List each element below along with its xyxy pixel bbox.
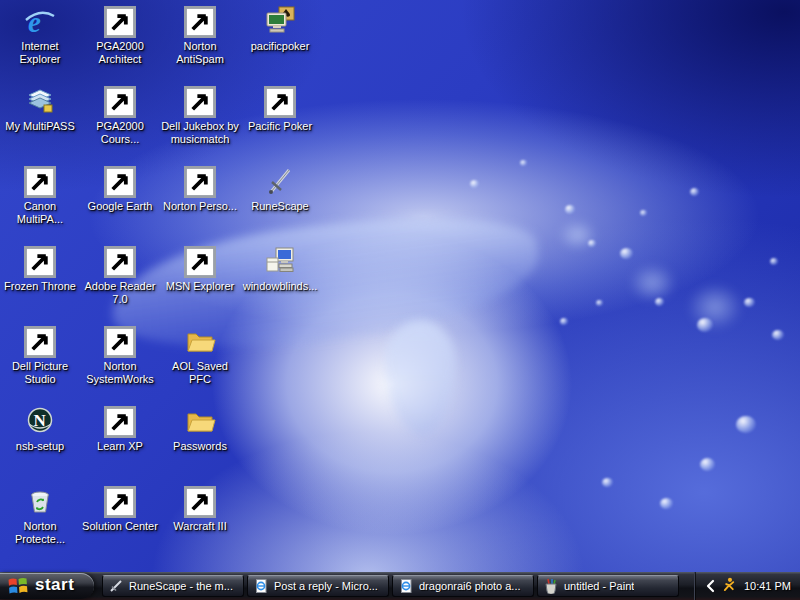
recycle-bin-icon bbox=[23, 484, 57, 518]
desktop-icon-camera[interactable]: Dell Picture Studio bbox=[0, 324, 80, 386]
ie-page-icon bbox=[398, 578, 414, 594]
desktop-icon-folder[interactable]: AOL Saved PFC bbox=[160, 324, 240, 386]
pacificpoker-icon bbox=[263, 4, 297, 38]
icon-label: nsb-setup bbox=[16, 440, 64, 453]
desktop-icon-gears[interactable]: Norton SystemWorks bbox=[80, 324, 160, 386]
water-droplet bbox=[744, 298, 755, 307]
dell-jukebox-icon bbox=[183, 84, 217, 118]
task-button-label: Post a reply - Micro... bbox=[274, 580, 378, 592]
icon-label: My MultiPASS bbox=[5, 120, 74, 133]
task-button-3[interactable]: dragonrai6 photo a... bbox=[392, 575, 534, 597]
frozen-throne-icon bbox=[23, 244, 57, 278]
icon-label: pacificpoker bbox=[251, 40, 310, 53]
desktop-icon-pacificpoker[interactable]: pacificpoker bbox=[240, 4, 320, 53]
desktop-icon-internet-explorer[interactable]: eInternet Explorer bbox=[0, 4, 80, 66]
water-droplet bbox=[660, 498, 673, 509]
water-droplet bbox=[736, 416, 756, 433]
start-label: start bbox=[35, 575, 74, 595]
desktop-icon-google-earth[interactable]: Google Earth bbox=[80, 164, 160, 213]
desktop-icon-warcraft-orc[interactable]: Warcraft III bbox=[160, 484, 240, 533]
desktop-icon-my-multipass[interactable]: My MultiPASS bbox=[0, 84, 80, 133]
water-spray bbox=[540, 195, 790, 355]
warcraft-orc-icon bbox=[183, 484, 217, 518]
tray-icons bbox=[722, 577, 737, 596]
desktop-icon-windowblinds[interactable]: windowblinds... bbox=[240, 244, 320, 293]
icon-label: Frozen Throne bbox=[4, 280, 76, 293]
icon-label: Google Earth bbox=[88, 200, 153, 213]
camera-icon bbox=[23, 324, 57, 358]
google-earth-icon bbox=[103, 164, 137, 198]
task-button-2[interactable]: Post a reply - Micro... bbox=[247, 575, 389, 597]
water-droplet bbox=[596, 300, 603, 306]
desktop-icon-frozen-throne[interactable]: Frozen Throne bbox=[0, 244, 80, 293]
desktop-icon-dell-jukebox[interactable]: Dell Jukebox by musicmatch bbox=[160, 84, 240, 146]
desktop-icon-netscape[interactable]: Nnsb-setup bbox=[0, 404, 80, 453]
task-button-4[interactable]: untitled - Paint bbox=[537, 575, 679, 597]
icon-label: PGA2000 Cours... bbox=[81, 120, 159, 146]
icon-label: Adobe Reader 7.0 bbox=[81, 280, 159, 306]
task-button-label: RuneScape - the m... bbox=[129, 580, 233, 592]
icon-label: Solution Center bbox=[82, 520, 158, 533]
water-droplet bbox=[700, 458, 715, 471]
icon-label: MSN Explorer bbox=[166, 280, 234, 293]
file-cabinet-icon bbox=[103, 84, 137, 118]
task-button-strip: RuneScape - the m...Post a reply - Micro… bbox=[102, 575, 694, 597]
dell-logo-icon: DELL bbox=[103, 484, 137, 518]
windowblinds-icon bbox=[263, 244, 297, 278]
task-button-label: untitled - Paint bbox=[564, 580, 634, 592]
desktop-icon-dell-logo[interactable]: DELLSolution Center bbox=[80, 484, 160, 533]
desktop-icon-pacific-poker[interactable]: PPacific Poker bbox=[240, 84, 320, 133]
chevron-left-icon[interactable] bbox=[705, 579, 715, 593]
internet-explorer-icon: e bbox=[23, 4, 57, 38]
icon-label: Learn XP bbox=[97, 440, 143, 453]
desktop-icon-runescape-sword[interactable]: RuneScape bbox=[240, 164, 320, 213]
water-droplet bbox=[565, 205, 575, 214]
water-droplet bbox=[690, 188, 699, 196]
water-droplet bbox=[655, 298, 664, 306]
icon-label: windowblinds... bbox=[243, 280, 318, 293]
desktop-icon-msn-explorer[interactable]: MSN Explorer bbox=[160, 244, 240, 293]
icon-label: Internet Explorer bbox=[1, 40, 79, 66]
paint-cup-icon bbox=[543, 578, 559, 594]
water-droplet bbox=[770, 258, 778, 265]
icon-label: Norton AntiSpam bbox=[161, 40, 239, 66]
task-button-label: dragonrai6 photo a... bbox=[419, 580, 521, 592]
desktop-icon-file-cabinet[interactable]: PGA2000 Cours... bbox=[80, 84, 160, 146]
adobe-reader-icon bbox=[103, 244, 137, 278]
water-droplet bbox=[470, 180, 479, 188]
canon-multipass-icon bbox=[23, 164, 57, 198]
pga2000-architect-icon bbox=[103, 4, 137, 38]
system-tray: 10:41 PM bbox=[694, 572, 800, 600]
my-multipass-icon bbox=[23, 84, 57, 118]
aim-running-man-icon[interactable] bbox=[722, 577, 737, 592]
runescape-sword-icon bbox=[108, 578, 124, 594]
norton-personal-icon bbox=[183, 164, 217, 198]
desktop-icon-norton-personal[interactable]: Norton Perso... bbox=[160, 164, 240, 213]
icon-label: Norton SystemWorks bbox=[81, 360, 159, 386]
task-button-1[interactable]: RuneScape - the m... bbox=[102, 575, 244, 597]
desktop-icon-adobe-reader[interactable]: Adobe Reader 7.0 bbox=[80, 244, 160, 306]
icon-label: Norton Perso... bbox=[163, 200, 237, 213]
start-button[interactable]: start bbox=[0, 573, 94, 599]
folder-icon bbox=[183, 404, 217, 438]
icon-label: Norton Protecte... bbox=[1, 520, 79, 546]
desktop-icon-recycle-bin[interactable]: Norton Protecte... bbox=[0, 484, 80, 546]
desktop-icon-norton-antispam[interactable]: Norton AntiSpam bbox=[160, 4, 240, 66]
water-droplet bbox=[620, 248, 633, 259]
icon-label: Warcraft III bbox=[173, 520, 226, 533]
pencil-notepad-icon bbox=[103, 404, 137, 438]
desktop-icon-pencil-notepad[interactable]: Learn XP bbox=[80, 404, 160, 453]
desktop-icon-pga2000-architect[interactable]: PGA2000 Architect bbox=[80, 4, 160, 66]
folder-icon bbox=[183, 324, 217, 358]
icon-label: Canon MultiPA... bbox=[1, 200, 79, 226]
water-droplet bbox=[560, 318, 568, 325]
water-droplet bbox=[588, 240, 596, 247]
water-droplet bbox=[602, 478, 613, 487]
desktop-icon-canon-multipass[interactable]: Canon MultiPA... bbox=[0, 164, 80, 226]
clock[interactable]: 10:41 PM bbox=[744, 580, 791, 592]
netscape-icon: N bbox=[23, 404, 57, 438]
icon-label: AOL Saved PFC bbox=[161, 360, 239, 386]
ie-page-icon bbox=[253, 578, 269, 594]
icon-label: Passwords bbox=[173, 440, 227, 453]
desktop-icon-folder[interactable]: Passwords bbox=[160, 404, 240, 453]
